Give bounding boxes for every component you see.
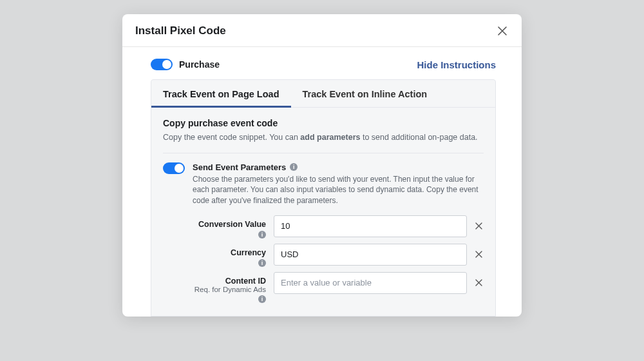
conversion-label: Conversion Value	[163, 220, 266, 229]
clear-icon[interactable]	[473, 221, 484, 231]
info-icon[interactable]: i	[290, 163, 298, 171]
hide-instructions-link[interactable]: Hide Instructions	[417, 59, 496, 70]
info-icon[interactable]: i	[258, 295, 266, 303]
conversion-input[interactable]	[274, 215, 467, 237]
purchase-toggle[interactable]	[151, 59, 173, 70]
conversion-input-wrap	[274, 215, 484, 237]
field-content-id: Content ID Req. for Dynamic Ads i	[151, 267, 495, 303]
content-id-label: Content ID	[163, 277, 266, 286]
tabs: Track Event on Page Load Track Event on …	[151, 80, 495, 108]
content-id-input-wrap	[274, 272, 484, 294]
content-id-label-wrap: Content ID Req. for Dynamic Ads i	[163, 272, 266, 303]
field-conversion: Conversion Value i	[151, 210, 495, 239]
params-desc: Choose the parameters you'd like to send…	[193, 174, 484, 206]
info-icon[interactable]: i	[258, 259, 266, 267]
params-title-text: Send Event Parameters	[193, 162, 286, 172]
params-text: Send Event Parameters i Choose the param…	[193, 162, 484, 206]
top-row: Purchase Hide Instructions	[122, 47, 522, 79]
install-pixel-modal: Install Pixel Code Purchase Hide Instruc…	[122, 14, 522, 317]
content-id-sub: Req. for Dynamic Ads	[163, 286, 266, 293]
modal-header: Install Pixel Code	[122, 14, 522, 47]
close-icon[interactable]	[496, 24, 509, 37]
currency-label: Currency	[163, 248, 266, 257]
send-params-toggle[interactable]	[163, 162, 185, 174]
purchase-toggle-group: Purchase	[151, 59, 220, 70]
clear-icon[interactable]	[473, 278, 484, 288]
tab-inline-action[interactable]: Track Event on Inline Action	[291, 80, 439, 107]
section-desc: Copy the event code snippet. You can add…	[151, 132, 495, 153]
field-currency: Currency i	[151, 239, 495, 267]
currency-input-wrap	[274, 244, 484, 266]
info-icon[interactable]: i	[258, 231, 266, 239]
desc-post: to send additional on-page data.	[360, 133, 477, 142]
params-block: Send Event Parameters i Choose the param…	[151, 153, 495, 210]
clear-icon[interactable]	[473, 249, 484, 260]
modal-title: Install Pixel Code	[135, 24, 226, 37]
desc-bold: add parameters	[300, 133, 360, 142]
currency-input[interactable]	[274, 244, 467, 266]
section-title: Copy purchase event code	[151, 108, 495, 132]
content-id-input[interactable]	[274, 272, 467, 294]
params-title: Send Event Parameters i	[193, 162, 484, 172]
purchase-label: Purchase	[179, 59, 220, 70]
currency-label-wrap: Currency i	[163, 244, 266, 267]
tab-page-load[interactable]: Track Event on Page Load	[151, 80, 291, 107]
instructions-panel: Track Event on Page Load Track Event on …	[151, 79, 496, 317]
desc-pre: Copy the event code snippet. You can	[163, 133, 300, 142]
conversion-label-wrap: Conversion Value i	[163, 215, 266, 239]
